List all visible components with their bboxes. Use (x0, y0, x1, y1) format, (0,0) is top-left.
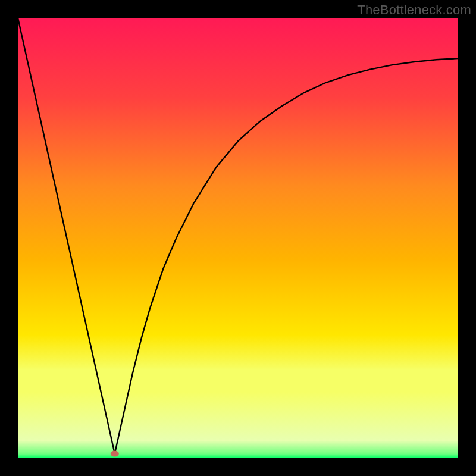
gradient-background (18, 18, 458, 458)
notch-marker (111, 451, 119, 457)
watermark-text: TheBottleneck.com (357, 2, 471, 18)
plot-area (18, 18, 458, 458)
chart-frame: TheBottleneck.com (0, 0, 476, 476)
chart-svg (18, 18, 458, 458)
